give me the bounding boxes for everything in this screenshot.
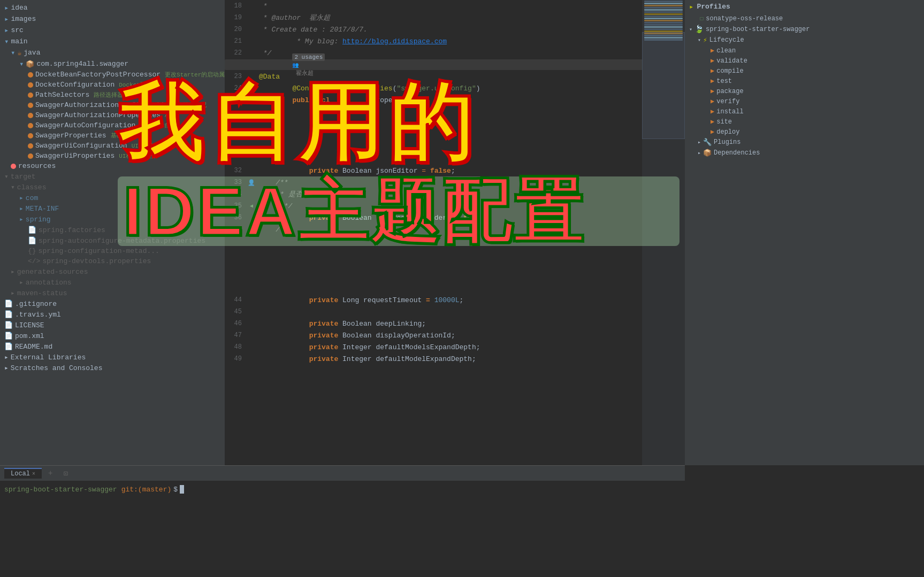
tree-label: External Libraries (11, 353, 86, 361)
tree-label: java (24, 49, 40, 57)
maven-item-site[interactable]: ▶ site (685, 117, 924, 127)
line-number: 34 (225, 190, 246, 198)
tree-label: classes (17, 183, 47, 191)
package-icon: 📦 (26, 60, 34, 68)
maven-item-test[interactable]: ▶ test (685, 76, 924, 86)
maven-item-clean[interactable]: ▶ clean (685, 45, 924, 56)
class-icon (28, 103, 33, 108)
maven-item-plugins[interactable]: ▸ 🔧 Plugins (685, 137, 924, 148)
tree-item-readme[interactable]: 📄 README.md (0, 341, 225, 352)
maven-label: Plugins (714, 139, 740, 146)
folder-icon: ▸ (4, 14, 9, 24)
tree-label: .travis.yml (15, 311, 61, 319)
tree-item-class1[interactable]: DocketBeanFactoryPostProcessor 更改Starter… (0, 70, 225, 80)
tree-item-classes[interactable]: ▾ classes (0, 182, 225, 193)
minimap-line (644, 7, 683, 9)
tab-close-button[interactable]: × (32, 471, 35, 477)
tree-item-scratches[interactable]: ▸ Scratches and Consoles (0, 363, 225, 373)
maven-label: site (716, 118, 732, 126)
tree-item-package[interactable]: ▾ 📦 com.spring4all.swagger (0, 58, 225, 70)
resources-icon (11, 164, 16, 169)
tree-item-license[interactable]: 📄 LICENSE (0, 320, 225, 330)
class-desc: 路径选择器 (94, 91, 123, 99)
file-icon: 📄 (4, 310, 13, 319)
expand-icon: ▸ (11, 289, 15, 297)
tree-item-src[interactable]: ▸ src (0, 25, 225, 36)
tree-item-meta-inf[interactable]: ▸ META-INF (0, 203, 225, 214)
tree-item-target[interactable]: ▾ target (0, 171, 225, 182)
code-line-36: 36 private Boolean showRequestHeaders = … (225, 212, 685, 224)
tree-item-travis[interactable]: 📄 .travis.yml (0, 309, 225, 320)
code-line-33: 33 👤 /** (225, 176, 685, 188)
expand-icon: ▾ (11, 183, 15, 191)
tree-item-annotations[interactable]: ▸ annotations (0, 277, 225, 288)
tree-item-gitignore[interactable]: 📄 .gitignore (0, 298, 225, 309)
tree-label: com.spring4all.swagger (36, 60, 128, 68)
expand-terminal-button[interactable]: ⊡ (59, 468, 72, 479)
tree-item-external-libs[interactable]: ▸ External Libraries (0, 352, 225, 363)
maven-icon: ▸ (689, 2, 693, 11)
avatar-icon: 👤 (248, 179, 255, 186)
tree-label: idea (11, 4, 27, 12)
tree-item-resources[interactable]: resources (0, 161, 225, 171)
tree-item-class3[interactable]: PathSelectors 路径选择器 (0, 90, 225, 100)
tree-item-idea[interactable]: ▸ idea (0, 2, 225, 13)
tree-item-spring-factories[interactable]: 📄 spring.factories (0, 225, 225, 235)
tree-item-images[interactable]: ▸ images (0, 13, 225, 25)
plus-icon: + (48, 469, 52, 478)
code-line-18: 18 * (225, 0, 685, 12)
line-content: * 是否显示请求头信息 (257, 189, 685, 199)
tree-item-class7[interactable]: SwaggerProperties 基础属性 (0, 130, 225, 141)
class-desc: 权限 (165, 111, 177, 119)
phase-icon: ▶ (711, 67, 714, 75)
tree-item-maven-status[interactable]: ▸ maven-status (0, 288, 225, 298)
maven-item-validate[interactable]: ▶ validate (685, 56, 924, 66)
maven-item-compile[interactable]: ▶ compile (685, 66, 924, 76)
maven-item-install[interactable]: ▶ install (685, 106, 924, 117)
tree-item-spring[interactable]: ▸ spring (0, 214, 225, 225)
tree-item-generated-sources[interactable]: ▸ generated-sources (0, 266, 225, 277)
maven-item-lifecycle[interactable]: ▾ ⚡ Lifecycle (685, 35, 924, 45)
tree-item-main[interactable]: ▾ main (0, 36, 225, 47)
expand-icon: ▸ (698, 150, 701, 156)
maven-item-package[interactable]: ▶ package (685, 86, 924, 96)
maven-item-dependencies[interactable]: ▸ 📦 Dependencies (685, 148, 924, 158)
tree-item-class5[interactable]: SwaggerAuthorizationProperties 权限 (0, 110, 225, 120)
tree-item-pom[interactable]: 📄 pom.xml (0, 330, 225, 341)
tree-item-spring-config[interactable]: {} spring-configuration-metad... (0, 246, 225, 256)
expand-icon: ▸ (698, 139, 701, 145)
class-desc: Docket配置 (119, 81, 152, 89)
users-icon: 👥 (292, 63, 299, 68)
class-icon (28, 123, 33, 128)
tree-item-class4[interactable]: SwaggerAuthorizationConfiguration 权限相关配 (0, 100, 225, 110)
dependencies-icon: 📦 (703, 149, 712, 157)
tree-item-class6[interactable]: SwaggerAutoConfiguration Swagger自动 (0, 120, 225, 130)
maven-item-verify[interactable]: ▶ verify (685, 96, 924, 106)
tree-item-class8[interactable]: SwaggerUiConfiguration UI相关的配置 (0, 141, 225, 151)
project-icon: 🍃 (694, 25, 704, 34)
tree-label: src (11, 26, 23, 34)
line-number: 19 (225, 14, 246, 21)
maven-item-spring-boot[interactable]: ▾ 🍃 spring-boot-starter-swagger (685, 24, 924, 35)
tree-item-com[interactable]: ▸ com (0, 193, 225, 203)
add-tab-button[interactable]: + (44, 468, 57, 479)
tree-item-spring-devtools[interactable]: </> spring-devtools.properties (0, 256, 225, 266)
tree-item-class9[interactable]: SwaggerUiProperties UI相关的属性 (0, 151, 225, 161)
terminal-tabs: Local × + ⊡ (0, 466, 685, 481)
terminal-prompt: spring-boot-starter-swagger git:(master)… (4, 485, 681, 494)
file-icon: </> (28, 257, 40, 265)
line-number: 37 (225, 226, 246, 233)
maven-item-sonatype[interactable]: ☐ sonatype-oss-release (685, 13, 924, 24)
minimap-line (644, 9, 683, 11)
folder-icon: ▾ (19, 59, 24, 68)
maven-label: clean (716, 47, 736, 55)
tree-item-java[interactable]: ▾ ☕ java (0, 47, 225, 58)
java-icon: ☕ (17, 49, 21, 57)
tree-item-spring-autoconfigure[interactable]: 📄 spring-autoconfigure-metadata.properti… (0, 235, 225, 246)
minimap-line (644, 1, 683, 2)
terminal-tab-local[interactable]: Local × (4, 468, 42, 479)
tree-item-class2[interactable]: DocketConfiguration Docket配置 (0, 80, 225, 90)
expand-icon: ▸ (4, 353, 9, 361)
maven-item-deploy[interactable]: ▶ deploy (685, 127, 924, 137)
maven-label: deploy (716, 128, 739, 136)
